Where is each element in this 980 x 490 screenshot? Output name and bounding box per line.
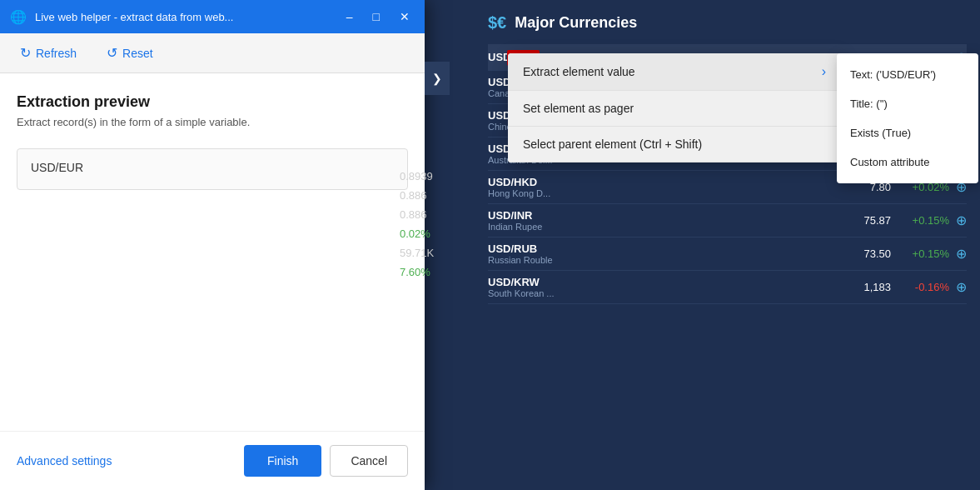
submenu: Text: ('USD/EUR')Title: ('')Exists (True… xyxy=(837,53,978,183)
submenu-arrow-icon: › xyxy=(822,64,826,79)
context-menu-items-container: Extract element value›Set element as pag… xyxy=(508,53,841,162)
bg-val6: 7.60% xyxy=(400,262,434,282)
cancel-button[interactable]: Cancel xyxy=(330,445,408,477)
submenu-item[interactable]: Custom attribute xyxy=(837,148,978,177)
currency-name: Russian Rouble xyxy=(488,255,833,265)
submenu-item[interactable]: Title: ('') xyxy=(837,89,978,118)
currency-change: -0.16% xyxy=(891,281,949,293)
advanced-settings-link[interactable]: Advanced settings xyxy=(17,454,112,468)
finish-button[interactable]: Finish xyxy=(244,445,321,477)
bg-val1: 0.8939 xyxy=(400,167,434,186)
browser-icon: 🌐 xyxy=(10,9,27,25)
context-menu-item-label: Set element as pager xyxy=(523,102,634,115)
currency-name: Hong Kong D... xyxy=(488,188,833,198)
currency-value: 75.87 xyxy=(833,214,891,227)
dialog-footer: Advanced settings Finish Cancel xyxy=(0,431,425,490)
context-menu-item[interactable]: Select parent element (Ctrl + Shift) xyxy=(508,127,841,162)
currency-row[interactable]: USD/RUB Russian Rouble 73.50 +0.15% ⊕ xyxy=(488,238,967,271)
refresh-label: Refresh xyxy=(36,47,77,60)
currency-left: USD/KRW South Korean ... xyxy=(488,276,833,298)
bg-val2: 0.886 xyxy=(400,186,434,205)
footer-buttons: Finish Cancel xyxy=(244,445,408,477)
currency-left: USD/HKD Hong Kong D... xyxy=(488,176,833,198)
currency-pair: USD/INR xyxy=(488,209,833,222)
title-bar: 🌐 Live web helper - extract data from we… xyxy=(0,0,425,33)
currency-left: USD/RUB Russian Rouble xyxy=(488,242,833,265)
title-bar-controls: – □ ✕ xyxy=(341,9,415,24)
submenu-item[interactable]: Exists (True) xyxy=(837,118,978,148)
dialog-body: Extraction preview Extract record(s) in … xyxy=(0,73,425,431)
add-currency-button[interactable]: ⊕ xyxy=(956,279,967,295)
close-button[interactable]: ✕ xyxy=(395,9,415,24)
add-currency-button[interactable]: ⊕ xyxy=(956,246,967,262)
currency-value: 73.50 xyxy=(833,248,891,260)
add-currency-button[interactable]: ⊕ xyxy=(956,212,967,228)
collapse-button[interactable]: ❯ xyxy=(425,62,450,95)
currency-pair: USD/RUB xyxy=(488,242,833,255)
currency-pair: USD/KRW xyxy=(488,276,833,288)
context-menu-item[interactable]: Set element as pager xyxy=(508,91,841,127)
maximize-button[interactable]: □ xyxy=(368,9,385,24)
reset-icon: ↺ xyxy=(107,45,117,61)
dialog-window: 🌐 Live web helper - extract data from we… xyxy=(0,0,425,490)
currency-panel-header: $€ Major Currencies xyxy=(488,13,967,32)
context-menu-item-label: Extract element value xyxy=(523,65,635,78)
preview-box: USD/EUR xyxy=(17,148,408,190)
extraction-desc: Extract record(s) in the form of a simpl… xyxy=(17,116,408,128)
title-bar-text: Live web helper - extract data from web.… xyxy=(35,11,333,23)
currency-change: +0.15% xyxy=(891,214,949,227)
currency-value: 1,183 xyxy=(833,281,891,293)
refresh-icon: ↻ xyxy=(20,45,31,61)
currency-row[interactable]: USD/INR Indian Rupee 75.87 +0.15% ⊕ xyxy=(488,204,967,238)
currency-panel-title: Major Currencies xyxy=(515,14,637,32)
minimize-button[interactable]: – xyxy=(341,9,358,24)
reset-button[interactable]: ↺ Reset xyxy=(100,42,160,64)
currency-left: USD/INR Indian Rupee xyxy=(488,209,833,232)
dialog-toolbar: ↻ Refresh ↺ Reset xyxy=(0,33,425,73)
submenu-items-container: Text: ('USD/EUR')Title: ('')Exists (True… xyxy=(837,60,978,177)
reset-label: Reset xyxy=(122,47,153,60)
refresh-button[interactable]: ↻ Refresh xyxy=(13,42,83,64)
currency-icon: $€ xyxy=(488,13,506,32)
submenu-item[interactable]: Text: ('USD/EUR') xyxy=(837,60,978,89)
bg-val4: 0.02% xyxy=(400,224,434,243)
currency-change: +0.15% xyxy=(891,248,949,260)
currency-pair: USD/HKD xyxy=(488,176,833,188)
currency-row[interactable]: USD/KRW South Korean ... 1,183 -0.16% ⊕ xyxy=(488,271,967,304)
extraction-title: Extraction preview xyxy=(17,93,408,111)
bg-val3: 0.886 xyxy=(400,205,434,224)
context-menu-item[interactable]: Extract element value› xyxy=(508,53,841,91)
bg-val5: 59.71K xyxy=(400,243,434,262)
currency-name: Indian Rupee xyxy=(488,222,833,232)
context-menu: Extract element value›Set element as pag… xyxy=(508,53,841,162)
context-menu-item-label: Select parent element (Ctrl + Shift) xyxy=(523,138,702,151)
currency-name: South Korean ... xyxy=(488,288,833,298)
